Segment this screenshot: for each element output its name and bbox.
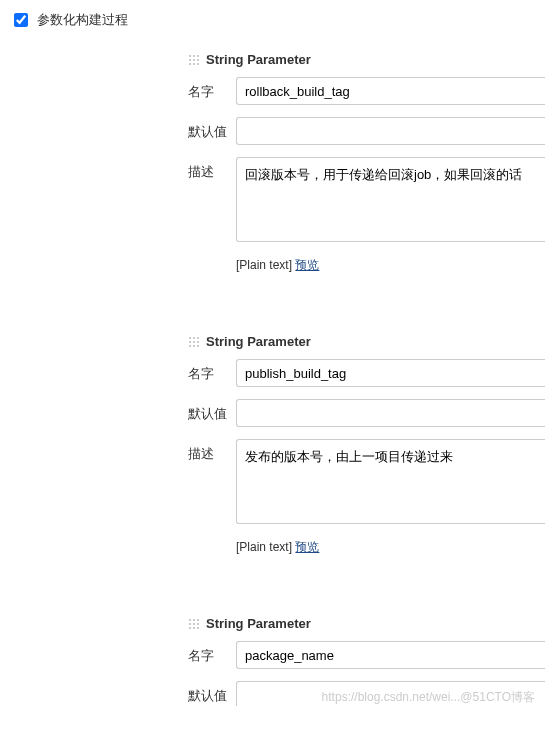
default-input[interactable]	[236, 117, 545, 145]
drag-handle-icon[interactable]	[188, 336, 200, 348]
svg-point-7	[193, 63, 195, 65]
svg-point-12	[189, 341, 191, 343]
svg-point-25	[193, 627, 195, 629]
svg-point-0	[189, 55, 191, 57]
description-textarea[interactable]	[236, 439, 545, 524]
svg-point-11	[197, 337, 199, 339]
svg-point-10	[193, 337, 195, 339]
svg-point-21	[189, 623, 191, 625]
name-label: 名字	[188, 77, 236, 101]
svg-point-24	[189, 627, 191, 629]
plain-text-label: [Plain text]	[236, 540, 292, 554]
parameterized-build-label: 参数化构建过程	[37, 11, 128, 29]
svg-point-2	[197, 55, 199, 57]
default-input[interactable]	[236, 399, 545, 427]
preview-link[interactable]: 预览	[295, 540, 319, 554]
svg-point-26	[197, 627, 199, 629]
name-label: 名字	[188, 641, 236, 665]
svg-point-22	[193, 623, 195, 625]
param-type-label: String Parameter	[206, 52, 311, 67]
drag-handle-icon[interactable]	[188, 618, 200, 630]
param-type-label: String Parameter	[206, 334, 311, 349]
param-type-label: String Parameter	[206, 616, 311, 631]
svg-point-9	[189, 337, 191, 339]
description-textarea[interactable]	[236, 157, 545, 242]
name-input[interactable]	[236, 641, 545, 669]
description-footer: [Plain text] 预览	[188, 539, 545, 556]
parameterized-build-row: 参数化构建过程	[10, 10, 545, 30]
svg-point-16	[193, 345, 195, 347]
param-header: String Parameter	[188, 616, 545, 631]
description-footer: [Plain text] 预览	[188, 257, 545, 274]
svg-point-6	[189, 63, 191, 65]
name-input[interactable]	[236, 77, 545, 105]
svg-point-19	[193, 619, 195, 621]
svg-point-3	[189, 59, 191, 61]
svg-point-15	[189, 345, 191, 347]
parameterized-build-checkbox[interactable]	[14, 13, 28, 27]
svg-point-8	[197, 63, 199, 65]
svg-point-5	[197, 59, 199, 61]
name-label: 名字	[188, 359, 236, 383]
svg-point-4	[193, 59, 195, 61]
svg-point-17	[197, 345, 199, 347]
svg-point-23	[197, 623, 199, 625]
param-header: String Parameter	[188, 334, 545, 349]
param-block: String Parameter 名字 默认值 描述 [Plain text] …	[188, 334, 545, 556]
preview-link[interactable]: 预览	[295, 258, 319, 272]
param-block: String Parameter 名字 默认值 描述 [Plain text] …	[188, 52, 545, 274]
description-label: 描述	[188, 439, 236, 463]
plain-text-label: [Plain text]	[236, 258, 292, 272]
default-label: 默认值	[188, 117, 236, 141]
default-label: 默认值	[188, 399, 236, 423]
default-label: 默认值	[188, 681, 236, 705]
description-label: 描述	[188, 157, 236, 181]
drag-handle-icon[interactable]	[188, 54, 200, 66]
svg-point-18	[189, 619, 191, 621]
svg-point-1	[193, 55, 195, 57]
svg-point-20	[197, 619, 199, 621]
name-input[interactable]	[236, 359, 545, 387]
svg-point-13	[193, 341, 195, 343]
svg-point-14	[197, 341, 199, 343]
param-header: String Parameter	[188, 52, 545, 67]
